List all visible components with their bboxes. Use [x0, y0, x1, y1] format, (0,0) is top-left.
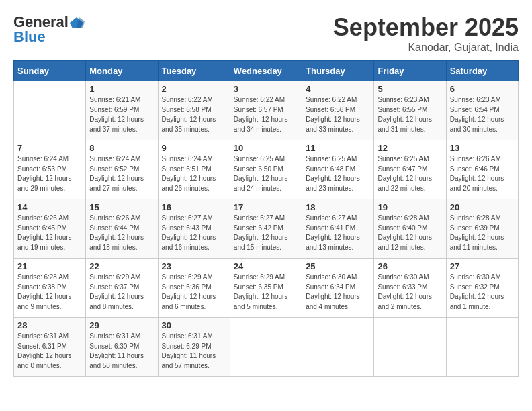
- day-number: 8: [89, 143, 154, 153]
- day-number: 14: [17, 202, 82, 212]
- cell-details: Sunrise: 6:27 AM Sunset: 6:42 PM Dayligh…: [234, 214, 298, 253]
- calendar-cell: 25Sunrise: 6:30 AM Sunset: 6:34 PM Dayli…: [302, 259, 374, 318]
- title-block: September 2025 Kanodar, Gujarat, India: [333, 13, 519, 54]
- calendar-cell: 10Sunrise: 6:25 AM Sunset: 6:50 PM Dayli…: [230, 140, 302, 199]
- day-number: 6: [450, 84, 515, 94]
- calendar-cell: 19Sunrise: 6:28 AM Sunset: 6:40 PM Dayli…: [374, 199, 446, 259]
- calendar-cell: 4Sunrise: 6:22 AM Sunset: 6:56 PM Daylig…: [302, 81, 374, 140]
- calendar-cell: 14Sunrise: 6:26 AM Sunset: 6:45 PM Dayli…: [14, 199, 86, 259]
- calendar-week-3: 14Sunrise: 6:26 AM Sunset: 6:45 PM Dayli…: [14, 199, 519, 259]
- cell-details: Sunrise: 6:29 AM Sunset: 6:36 PM Dayligh…: [162, 273, 226, 312]
- day-number: 3: [234, 84, 298, 94]
- day-number: 17: [234, 202, 298, 212]
- day-number: 15: [89, 202, 154, 212]
- day-number: 1: [89, 84, 154, 94]
- day-number: 27: [450, 261, 515, 271]
- calendar-cell: 27Sunrise: 6:30 AM Sunset: 6:32 PM Dayli…: [446, 259, 518, 318]
- weekday-header-saturday: Saturday: [446, 61, 518, 81]
- cell-details: Sunrise: 6:29 AM Sunset: 6:35 PM Dayligh…: [234, 273, 298, 312]
- calendar-table: SundayMondayTuesdayWednesdayThursdayFrid…: [13, 60, 519, 377]
- calendar-week-2: 7Sunrise: 6:24 AM Sunset: 6:53 PM Daylig…: [14, 140, 519, 199]
- day-number: 12: [378, 143, 442, 153]
- calendar-cell: 20Sunrise: 6:28 AM Sunset: 6:39 PM Dayli…: [446, 199, 518, 259]
- calendar-cell: 8Sunrise: 6:24 AM Sunset: 6:52 PM Daylig…: [86, 140, 158, 199]
- location: Kanodar, Gujarat, India: [333, 42, 519, 54]
- calendar-week-5: 28Sunrise: 6:31 AM Sunset: 6:31 PM Dayli…: [14, 318, 519, 377]
- day-number: 10: [234, 143, 298, 153]
- calendar-header-row: SundayMondayTuesdayWednesdayThursdayFrid…: [14, 61, 519, 81]
- cell-details: Sunrise: 6:25 AM Sunset: 6:48 PM Dayligh…: [306, 154, 370, 193]
- weekday-header-thursday: Thursday: [302, 61, 374, 81]
- cell-details: Sunrise: 6:22 AM Sunset: 6:58 PM Dayligh…: [162, 95, 226, 134]
- calendar-cell: 18Sunrise: 6:27 AM Sunset: 6:41 PM Dayli…: [302, 199, 374, 259]
- day-number: 5: [378, 84, 442, 94]
- calendar-cell: 5Sunrise: 6:23 AM Sunset: 6:55 PM Daylig…: [374, 81, 446, 140]
- day-number: 9: [162, 143, 226, 153]
- day-number: 25: [306, 261, 370, 271]
- calendar-cell: 28Sunrise: 6:31 AM Sunset: 6:31 PM Dayli…: [14, 318, 86, 377]
- day-number: 18: [306, 202, 370, 212]
- cell-details: Sunrise: 6:23 AM Sunset: 6:54 PM Dayligh…: [450, 95, 515, 134]
- calendar-cell: 1Sunrise: 6:21 AM Sunset: 6:59 PM Daylig…: [86, 81, 158, 140]
- day-number: 26: [378, 261, 442, 271]
- calendar-cell: [374, 318, 446, 377]
- weekday-header-tuesday: Tuesday: [158, 61, 230, 81]
- logo-blue: Blue: [13, 28, 46, 46]
- weekday-header-monday: Monday: [86, 61, 158, 81]
- day-number: 28: [17, 320, 82, 330]
- cell-details: Sunrise: 6:26 AM Sunset: 6:44 PM Dayligh…: [89, 214, 154, 253]
- cell-details: Sunrise: 6:24 AM Sunset: 6:53 PM Dayligh…: [17, 154, 82, 193]
- day-number: 7: [17, 143, 82, 153]
- cell-details: Sunrise: 6:24 AM Sunset: 6:52 PM Dayligh…: [89, 154, 154, 193]
- day-number: 23: [162, 261, 226, 271]
- calendar-cell: 6Sunrise: 6:23 AM Sunset: 6:54 PM Daylig…: [446, 81, 518, 140]
- month-title: September 2025: [333, 13, 519, 42]
- calendar-cell: 16Sunrise: 6:27 AM Sunset: 6:43 PM Dayli…: [158, 199, 230, 259]
- calendar-cell: 2Sunrise: 6:22 AM Sunset: 6:58 PM Daylig…: [158, 81, 230, 140]
- cell-details: Sunrise: 6:25 AM Sunset: 6:50 PM Dayligh…: [234, 154, 298, 193]
- cell-details: Sunrise: 6:28 AM Sunset: 6:40 PM Dayligh…: [378, 214, 442, 253]
- calendar-cell: 13Sunrise: 6:26 AM Sunset: 6:46 PM Dayli…: [446, 140, 518, 199]
- day-number: 11: [306, 143, 370, 153]
- cell-details: Sunrise: 6:22 AM Sunset: 6:56 PM Dayligh…: [306, 95, 370, 134]
- cell-details: Sunrise: 6:24 AM Sunset: 6:51 PM Dayligh…: [162, 154, 226, 193]
- calendar-cell: 23Sunrise: 6:29 AM Sunset: 6:36 PM Dayli…: [158, 259, 230, 318]
- cell-details: Sunrise: 6:22 AM Sunset: 6:57 PM Dayligh…: [234, 95, 298, 134]
- calendar-cell: [14, 81, 86, 140]
- cell-details: Sunrise: 6:26 AM Sunset: 6:46 PM Dayligh…: [450, 154, 515, 193]
- cell-details: Sunrise: 6:31 AM Sunset: 6:30 PM Dayligh…: [89, 332, 154, 371]
- calendar-cell: 11Sunrise: 6:25 AM Sunset: 6:48 PM Dayli…: [302, 140, 374, 199]
- calendar-cell: 29Sunrise: 6:31 AM Sunset: 6:30 PM Dayli…: [86, 318, 158, 377]
- weekday-header-wednesday: Wednesday: [230, 61, 302, 81]
- day-number: 30: [162, 320, 226, 330]
- day-number: 29: [89, 320, 154, 330]
- cell-details: Sunrise: 6:25 AM Sunset: 6:47 PM Dayligh…: [378, 154, 442, 193]
- cell-details: Sunrise: 6:27 AM Sunset: 6:41 PM Dayligh…: [306, 214, 370, 253]
- day-number: 20: [450, 202, 515, 212]
- cell-details: Sunrise: 6:29 AM Sunset: 6:37 PM Dayligh…: [89, 273, 154, 312]
- calendar-cell: [302, 318, 374, 377]
- cell-details: Sunrise: 6:31 AM Sunset: 6:29 PM Dayligh…: [162, 332, 226, 371]
- weekday-header-friday: Friday: [374, 61, 446, 81]
- weekday-header-sunday: Sunday: [14, 61, 86, 81]
- calendar-cell: 12Sunrise: 6:25 AM Sunset: 6:47 PM Dayli…: [374, 140, 446, 199]
- cell-details: Sunrise: 6:30 AM Sunset: 6:33 PM Dayligh…: [378, 273, 442, 312]
- day-number: 21: [17, 261, 82, 271]
- cell-details: Sunrise: 6:30 AM Sunset: 6:32 PM Dayligh…: [450, 273, 515, 312]
- day-number: 24: [234, 261, 298, 271]
- calendar-cell: 17Sunrise: 6:27 AM Sunset: 6:42 PM Dayli…: [230, 199, 302, 259]
- calendar-cell: 15Sunrise: 6:26 AM Sunset: 6:44 PM Dayli…: [86, 199, 158, 259]
- calendar-cell: [446, 318, 518, 377]
- day-number: 2: [162, 84, 226, 94]
- cell-details: Sunrise: 6:26 AM Sunset: 6:45 PM Dayligh…: [17, 214, 82, 253]
- calendar-week-4: 21Sunrise: 6:28 AM Sunset: 6:38 PM Dayli…: [14, 259, 519, 318]
- calendar-cell: 21Sunrise: 6:28 AM Sunset: 6:38 PM Dayli…: [14, 259, 86, 318]
- page-header: General Blue September 2025 Kanodar, Guj…: [13, 13, 519, 54]
- cell-details: Sunrise: 6:21 AM Sunset: 6:59 PM Dayligh…: [89, 95, 154, 134]
- calendar-week-1: 1Sunrise: 6:21 AM Sunset: 6:59 PM Daylig…: [14, 81, 519, 140]
- day-number: 4: [306, 84, 370, 94]
- day-number: 22: [89, 261, 154, 271]
- logo: General Blue: [13, 13, 85, 46]
- cell-details: Sunrise: 6:27 AM Sunset: 6:43 PM Dayligh…: [162, 214, 226, 253]
- calendar-cell: 26Sunrise: 6:30 AM Sunset: 6:33 PM Dayli…: [374, 259, 446, 318]
